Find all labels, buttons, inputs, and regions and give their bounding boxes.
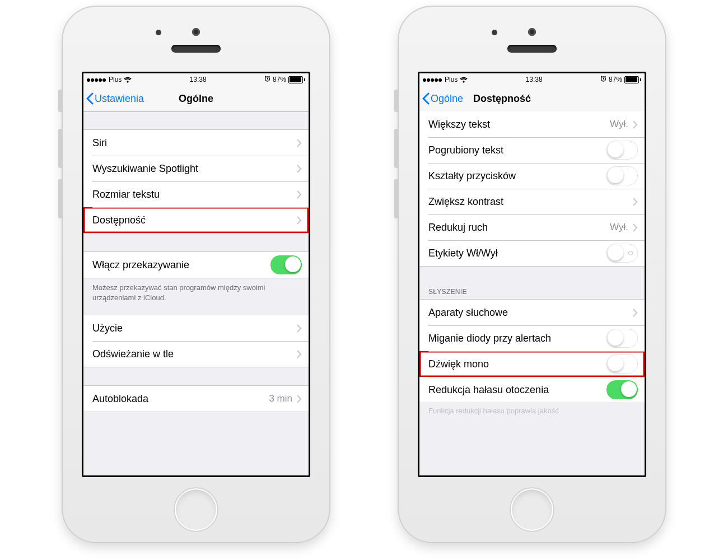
row-label: Kształty przycisków (428, 170, 606, 182)
row-detail: Wył. (610, 119, 628, 130)
settings-scroll[interactable]: Siri Wyszukiwanie Spotlight Rozmiar teks… (83, 111, 309, 475)
phone-mockup-left: Plus 13:38 87% (62, 6, 330, 543)
row-label: Większy tekst (428, 119, 610, 130)
home-button[interactable] (174, 487, 218, 532)
chevron-right-icon (297, 395, 302, 403)
row-label: Użycie (92, 323, 297, 334)
page-title: Ogólne (179, 93, 213, 105)
row-noise-cancel[interactable]: Redukcja hałasu otoczenia (419, 377, 645, 403)
row-label: Zwiększ kontrast (428, 196, 633, 208)
row-label: Pogrubiony tekst (428, 144, 606, 156)
row-label: Redukuj ruch (428, 222, 610, 234)
alarm-icon (264, 76, 270, 83)
page-title: Dostępność (473, 93, 531, 105)
status-bar: Plus 13:38 87% (419, 73, 645, 86)
chevron-left-icon (422, 92, 430, 105)
toggle-bold-text[interactable] (606, 141, 638, 160)
chevron-right-icon (633, 223, 638, 232)
battery-pct: 87% (609, 76, 622, 83)
signal-dots-icon (423, 76, 442, 83)
row-reduce-motion[interactable]: Redukuj ruch Wył. (419, 214, 645, 240)
row-usage[interactable]: Użycie (83, 315, 309, 341)
chevron-right-icon (633, 120, 638, 129)
row-hearing-aids[interactable]: Aparaty słuchowe (419, 300, 645, 325)
chevron-right-icon (297, 165, 302, 173)
carrier-label: Plus (445, 76, 458, 83)
nav-bar: Ogólne Dostępność (419, 86, 645, 112)
clock: 13:38 (190, 76, 207, 83)
toggle-led-flash[interactable] (606, 329, 638, 348)
proximity-sensor (492, 30, 497, 35)
group-header-hearing: SŁYSZENIE (419, 284, 645, 299)
settings-scroll[interactable]: Większy tekst Wył. Pogrubiony tekst Kszt… (419, 111, 645, 475)
chevron-left-icon (86, 92, 94, 105)
row-onoff-labels[interactable]: Etykiety Wł/Wył (419, 240, 645, 266)
back-label: Ustawienia (95, 93, 144, 105)
row-detail: Wył. (610, 222, 628, 233)
row-label: Rozmiar tekstu (92, 189, 297, 200)
front-camera (192, 28, 200, 36)
screen-left: Plus 13:38 87% (82, 72, 310, 477)
group-footer: Możesz przekazywać stan programów między… (83, 278, 309, 305)
row-autolock[interactable]: Autoblokada 3 min (83, 386, 309, 412)
volume-up (394, 129, 398, 168)
row-label: Wyszukiwanie Spotlight (92, 163, 297, 175)
group-footer-cutoff: Funkcja redukcji hałasu poprawia jakość (419, 403, 645, 415)
signal-dots-icon (87, 76, 106, 83)
row-bold-text[interactable]: Pogrubiony tekst (419, 137, 645, 163)
row-background-refresh[interactable]: Odświeżanie w tle (83, 341, 309, 367)
status-bar: Plus 13:38 87% (83, 73, 309, 86)
back-button[interactable]: Ogólne (419, 92, 463, 105)
clock: 13:38 (526, 76, 543, 83)
row-label: Dostępność (92, 214, 297, 226)
row-button-shapes[interactable]: Kształty przycisków (419, 163, 645, 189)
chevron-right-icon (297, 350, 302, 358)
row-mono-audio[interactable]: Dźwięk mono (419, 351, 645, 377)
chevron-right-icon (297, 324, 302, 333)
chevron-right-icon (297, 216, 302, 225)
toggle-handoff[interactable] (270, 255, 302, 274)
row-increase-contrast[interactable]: Zwiększ kontrast (419, 189, 645, 214)
battery-icon (288, 76, 305, 83)
row-detail: 3 min (269, 393, 292, 404)
row-label: Redukcja hałasu otoczenia (428, 384, 606, 396)
volume-down (394, 179, 398, 218)
battery-icon (624, 76, 641, 83)
row-label: Włącz przekazywanie (92, 259, 270, 271)
back-button[interactable]: Ustawienia (83, 92, 144, 105)
mute-switch (394, 90, 398, 112)
home-button[interactable] (510, 487, 554, 532)
row-label: Miganie diody przy alertach (428, 333, 606, 344)
wifi-icon (460, 77, 468, 83)
row-label: Dźwięk mono (428, 358, 606, 370)
row-label: Odświeżanie w tle (92, 348, 297, 360)
volume-up (58, 129, 62, 168)
toggle-mono-audio[interactable] (606, 354, 638, 374)
chevron-right-icon (297, 190, 302, 199)
wifi-icon (124, 77, 132, 83)
proximity-sensor (156, 30, 161, 35)
nav-bar: Ustawienia Ogólne (83, 86, 309, 112)
row-label: Siri (92, 137, 297, 149)
row-led-flash[interactable]: Miganie diody przy alertach (419, 325, 645, 351)
row-accessibility[interactable]: Dostępność (83, 207, 309, 233)
carrier-label: Plus (109, 76, 122, 83)
chevron-right-icon (633, 198, 638, 206)
toggle-noise-cancel[interactable] (606, 380, 638, 399)
earpiece-speaker (507, 45, 557, 53)
row-larger-text[interactable]: Większy tekst Wył. (419, 111, 645, 137)
row-spotlight[interactable]: Wyszukiwanie Spotlight (83, 156, 309, 181)
back-label: Ogólne (431, 93, 463, 105)
battery-pct: 87% (273, 76, 286, 83)
row-text-size[interactable]: Rozmiar tekstu (83, 181, 309, 207)
toggle-onoff-labels[interactable] (606, 244, 638, 263)
toggle-button-shapes[interactable] (606, 166, 638, 185)
alarm-icon (600, 76, 606, 83)
mute-switch (58, 90, 62, 112)
screen-right: Plus 13:38 87% (418, 72, 646, 477)
phone-mockup-right: Plus 13:38 87% (398, 6, 666, 543)
row-handoff[interactable]: Włącz przekazywanie (83, 252, 309, 278)
front-camera (528, 28, 536, 36)
row-siri[interactable]: Siri (83, 130, 309, 156)
chevron-right-icon (297, 139, 302, 147)
